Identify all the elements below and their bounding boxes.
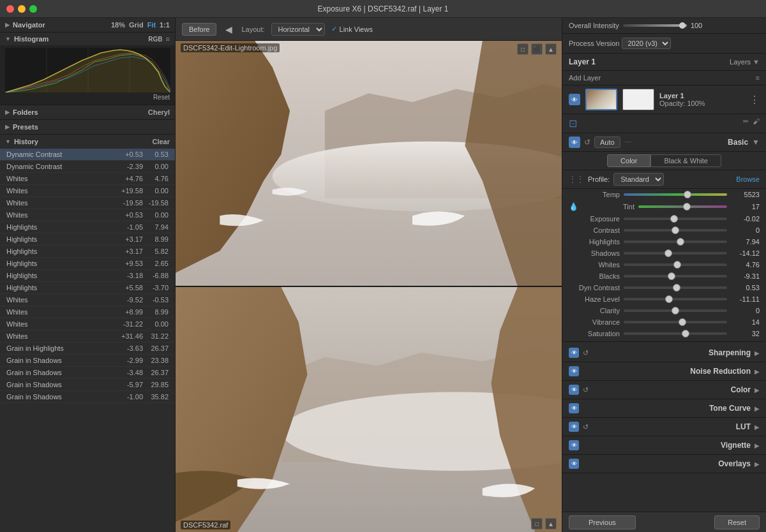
histogram-menu-icon[interactable]: ≡ bbox=[166, 35, 170, 43]
intensity-slider[interactable] bbox=[623, 24, 687, 27]
section-header[interactable]: 👁 ↺ LUT ▶ bbox=[562, 418, 766, 436]
adj-menu-icon[interactable]: ⋯ bbox=[624, 138, 631, 147]
section-header[interactable]: 👁 ↺ Sharpening ▶ bbox=[562, 344, 766, 362]
history-item[interactable]: Grain in Shadows -1.00 35.82 bbox=[0, 391, 175, 403]
auto-button[interactable]: Auto bbox=[594, 137, 620, 148]
top-image-btn3[interactable]: ▲ bbox=[545, 43, 557, 55]
history-item[interactable]: Whites -9.52 -0.53 bbox=[0, 294, 175, 306]
slider-track[interactable] bbox=[624, 298, 727, 300]
history-item[interactable]: Whites +0.53 0.00 bbox=[0, 209, 175, 221]
slider-track[interactable] bbox=[624, 240, 727, 243]
section-eye[interactable]: 👁 bbox=[569, 403, 579, 413]
layout-select[interactable]: Horizontal bbox=[271, 23, 325, 36]
history-item[interactable]: Whites +19.58 0.00 bbox=[0, 185, 175, 197]
history-item[interactable]: Grain in Shadows -5.97 29.85 bbox=[0, 379, 175, 391]
slider-track[interactable] bbox=[624, 332, 727, 335]
hist-rgb[interactable]: RGB bbox=[148, 36, 162, 43]
adj-refresh-icon[interactable]: ↺ bbox=[584, 138, 590, 147]
section-header[interactable]: 👁 ↺ Color ▶ bbox=[562, 381, 766, 399]
section-refresh-icon[interactable]: ↺ bbox=[583, 423, 589, 431]
top-image-btn2[interactable]: ⬛ bbox=[531, 43, 543, 55]
history-item[interactable]: Grain in Shadows -3.48 26.37 bbox=[0, 367, 175, 379]
link-views[interactable]: ✓ Link Views bbox=[331, 25, 373, 33]
browse-button[interactable]: Browse bbox=[736, 175, 760, 183]
section-eye[interactable]: 👁 bbox=[569, 422, 579, 432]
history-item[interactable]: Highlights +5.58 -3.70 bbox=[0, 282, 175, 294]
history-item[interactable]: Dynamic Contrast +0.53 0.53 bbox=[0, 149, 175, 161]
color-tab[interactable]: Color bbox=[607, 154, 650, 167]
layers-dropdown-icon[interactable]: ▼ bbox=[753, 58, 760, 66]
section-eye[interactable]: 👁 bbox=[569, 459, 579, 469]
tint-eyedropper-icon[interactable]: 💧 bbox=[569, 202, 578, 211]
layer-options-menu[interactable]: ⋮ bbox=[749, 94, 760, 106]
close-button[interactable] bbox=[6, 5, 14, 13]
layer-visibility-toggle[interactable]: 👁 bbox=[569, 94, 580, 105]
history-item[interactable]: Whites +31.46 31.22 bbox=[0, 330, 175, 343]
maximize-button[interactable] bbox=[29, 5, 37, 13]
history-item[interactable]: Grain in Shadows -2.99 23.38 bbox=[0, 355, 175, 367]
presets-header[interactable]: ▶ Presets bbox=[0, 120, 175, 134]
history-item[interactable]: Dynamic Contrast -2.39 0.00 bbox=[0, 161, 175, 173]
previous-button[interactable]: Previous bbox=[569, 515, 636, 529]
slider-track[interactable] bbox=[624, 229, 727, 232]
top-image-btn1[interactable]: □ bbox=[517, 43, 529, 55]
add-layer-button[interactable]: Add Layer bbox=[569, 74, 601, 82]
process-version-select[interactable]: 2020 (v3) bbox=[622, 38, 671, 49]
section-eye[interactable]: 👁 bbox=[569, 440, 579, 450]
basic-dropdown-icon[interactable]: ▼ bbox=[752, 138, 760, 147]
history-item[interactable]: Whites -19.58 -19.58 bbox=[0, 197, 175, 209]
section-eye[interactable]: 👁 bbox=[569, 366, 579, 376]
bottom-image-btn1[interactable]: □ bbox=[531, 518, 543, 529]
edit-pencil-icon[interactable]: ✏ bbox=[743, 117, 749, 129]
minimize-button[interactable] bbox=[18, 5, 26, 13]
section-header[interactable]: 👁 Vignette ▶ bbox=[562, 436, 766, 454]
before-button[interactable]: Before bbox=[182, 23, 216, 36]
history-item[interactable]: Highlights -1.05 7.94 bbox=[0, 221, 175, 233]
layer-list-menu[interactable]: ≡ bbox=[756, 74, 760, 82]
navigator-header[interactable]: ▶ Navigator 18% Grid Fit 1:1 bbox=[0, 18, 175, 32]
slider-track[interactable] bbox=[624, 275, 727, 277]
history-item[interactable]: Whites +8.99 8.99 bbox=[0, 306, 175, 318]
slider-track[interactable] bbox=[624, 263, 727, 266]
slider-track[interactable] bbox=[624, 252, 727, 255]
section-eye[interactable]: 👁 bbox=[569, 348, 579, 358]
history-item[interactable]: Highlights +3.17 8.99 bbox=[0, 233, 175, 246]
slider-track[interactable] bbox=[624, 218, 727, 220]
crop-icon[interactable]: ⊡ bbox=[569, 117, 577, 129]
slider-track[interactable] bbox=[638, 205, 727, 208]
slider-track[interactable] bbox=[624, 193, 727, 196]
history-item[interactable]: Grain in Highlights -3.63 26.37 bbox=[0, 343, 175, 355]
history-item-name: Highlights bbox=[6, 223, 111, 231]
bottom-image-btn2[interactable]: ▲ bbox=[545, 518, 557, 529]
history-item[interactable]: Highlights -3.18 -6.88 bbox=[0, 270, 175, 282]
nav-ratio[interactable]: 1:1 bbox=[160, 21, 170, 29]
history-item[interactable]: Highlights +9.53 2.65 bbox=[0, 258, 175, 270]
section-header[interactable]: 👁 Noise Reduction ▶ bbox=[562, 362, 766, 380]
section-refresh-icon[interactable]: ↺ bbox=[583, 386, 589, 394]
bw-tab[interactable]: Black & White bbox=[650, 154, 721, 167]
adj-visibility-toggle[interactable]: 👁 bbox=[569, 137, 580, 148]
history-clear-button[interactable]: Clear bbox=[152, 138, 170, 145]
histogram-reset[interactable]: Reset bbox=[5, 92, 170, 102]
history-item[interactable]: Whites +4.76 4.76 bbox=[0, 173, 175, 185]
section-header[interactable]: 👁 Tone Curve ▶ bbox=[562, 399, 766, 417]
slider-track[interactable] bbox=[624, 286, 727, 289]
section-eye[interactable]: 👁 bbox=[569, 385, 579, 395]
histogram-header[interactable]: ▼ Histogram RGB ≡ bbox=[0, 33, 175, 45]
nav-fit[interactable]: Fit bbox=[147, 21, 156, 29]
section-refresh-icon[interactable]: ↺ bbox=[583, 349, 589, 357]
layer-opacity[interactable]: Opacity: 100% bbox=[659, 100, 744, 107]
slider-track[interactable] bbox=[624, 321, 727, 323]
section-header[interactable]: 👁 Overlays ▶ bbox=[562, 455, 766, 473]
edit-brush-icon[interactable]: 🖌 bbox=[753, 117, 760, 129]
nav-grid[interactable]: Grid bbox=[129, 21, 144, 29]
history-header[interactable]: ▼ History Clear bbox=[0, 135, 175, 149]
arrow-left-button[interactable]: ◀ bbox=[223, 23, 235, 36]
slider-row-vibrance: Vibrance 14 bbox=[562, 316, 766, 328]
reset-button[interactable]: Reset bbox=[714, 515, 760, 529]
folders-header[interactable]: ▶ Folders Cheryl bbox=[0, 105, 175, 119]
history-item[interactable]: Whites -31.22 0.00 bbox=[0, 318, 175, 330]
history-item[interactable]: Highlights +3.17 5.82 bbox=[0, 246, 175, 258]
profile-select[interactable]: Standard bbox=[613, 173, 664, 186]
slider-track[interactable] bbox=[624, 309, 727, 312]
